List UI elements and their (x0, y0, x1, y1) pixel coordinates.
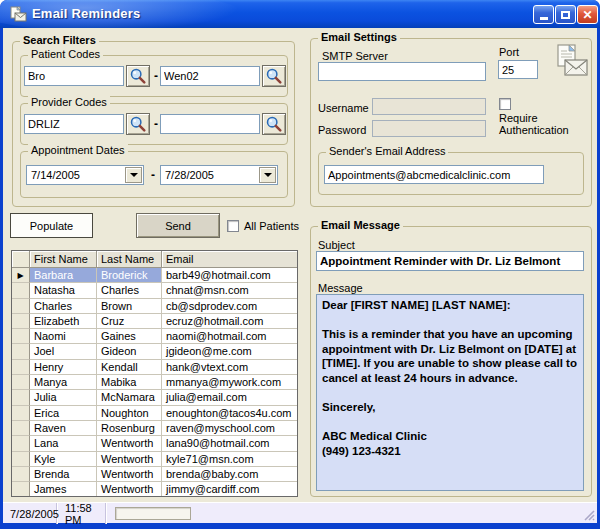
grid-cell[interactable]: jimmy@cardiff.com (162, 482, 297, 497)
grid-cell[interactable]: ecruz@hotmail.com (162, 314, 297, 329)
grid-cell[interactable]: Gideon (97, 344, 162, 359)
close-button[interactable]: ✕ (577, 5, 598, 24)
grid-cell[interactable]: chnat@msn.com (162, 283, 297, 298)
table-row[interactable]: NatashaCharleschnat@msn.com (12, 283, 297, 298)
table-row[interactable]: JuliaMcNamarajulia@email.com (12, 390, 297, 405)
patient-code-to-input[interactable] (160, 66, 260, 86)
row-indicator-cell[interactable] (12, 329, 30, 344)
row-indicator-cell[interactable] (12, 390, 30, 405)
require-authentication-checkbox[interactable] (499, 98, 511, 110)
grid-cell[interactable]: Manya (30, 375, 97, 390)
dropdown-button[interactable] (259, 167, 276, 183)
grid-cell[interactable]: Charles (97, 283, 162, 298)
grid-cell[interactable]: julia@email.com (162, 390, 297, 405)
grid-cell[interactable]: naomi@hotmail.com (162, 329, 297, 344)
column-header-first-name[interactable]: First Name (30, 251, 97, 268)
table-row[interactable]: ElizabethCruzecruz@hotmail.com (12, 314, 297, 329)
grid-cell[interactable]: Cruz (97, 314, 162, 329)
row-indicator-cell[interactable] (12, 406, 30, 421)
grid-cell[interactable]: Julia (30, 390, 97, 405)
patient-to-search-button[interactable] (262, 65, 286, 87)
grid-cell[interactable]: Wentworth (97, 482, 162, 497)
grid-cell[interactable]: Elizabeth (30, 314, 97, 329)
table-row[interactable]: EricaNoughtonenoughton@tacos4u.com (12, 406, 297, 421)
grid-cell[interactable]: lana90@hotmail.com (162, 436, 297, 451)
grid-cell[interactable]: Kendall (97, 360, 162, 375)
row-indicator-cell[interactable] (12, 314, 30, 329)
port-input[interactable] (498, 60, 538, 79)
smtp-server-input[interactable] (318, 62, 486, 81)
senders-email-input[interactable] (324, 165, 544, 184)
table-row[interactable]: CharlesBrowncb@sdprodev.com (12, 299, 297, 314)
grid-cell[interactable]: Brenda (30, 467, 97, 482)
grid-cell[interactable]: Brown (97, 299, 162, 314)
username-input[interactable] (372, 98, 486, 115)
populate-button[interactable]: Populate (10, 213, 93, 238)
grid-cell[interactable]: Barbara (30, 268, 97, 283)
grid-cell[interactable]: Mabika (97, 375, 162, 390)
grid-cell[interactable]: Naomi (30, 329, 97, 344)
grid-cell[interactable]: Erica (30, 406, 97, 421)
grid-cell[interactable]: Wentworth (97, 436, 162, 451)
grid-cell[interactable]: Raven (30, 421, 97, 436)
provider-code-from-input[interactable] (24, 114, 124, 134)
row-indicator-cell[interactable] (12, 436, 30, 451)
grid-cell[interactable]: Joel (30, 344, 97, 359)
message-textarea[interactable]: Dear [FIRST NAME] [LAST NAME]: This is a… (316, 294, 584, 491)
grid-cell[interactable]: jgideon@me.com (162, 344, 297, 359)
grid-cell[interactable]: Wentworth (97, 467, 162, 482)
table-row[interactable]: RavenRosenburgraven@myschool.com (12, 421, 297, 436)
subject-input[interactable] (316, 251, 584, 271)
table-row[interactable]: LanaWentworthlana90@hotmail.com (12, 436, 297, 451)
row-indicator-cell[interactable] (12, 299, 30, 314)
row-indicator-cell[interactable] (12, 375, 30, 390)
row-indicator-cell[interactable] (12, 452, 30, 467)
row-indicator-cell[interactable] (12, 421, 30, 436)
table-row[interactable]: NaomiGainesnaomi@hotmail.com (12, 329, 297, 344)
column-header-email[interactable]: Email (162, 251, 297, 268)
grid-cell[interactable]: Rosenburg (97, 421, 162, 436)
grid-cell[interactable]: James (30, 482, 97, 497)
table-row[interactable]: BrendaWentworthbrenda@baby.com (12, 467, 297, 482)
row-indicator-cell[interactable] (12, 360, 30, 375)
grid-cell[interactable]: Henry (30, 360, 97, 375)
grid-cell[interactable]: McNamara (97, 390, 162, 405)
all-patients-checkbox[interactable] (227, 220, 239, 232)
appointment-date-to-combo[interactable]: 7/28/2005 (160, 165, 278, 185)
provider-code-to-input[interactable] (160, 114, 260, 134)
minimize-button[interactable] (533, 5, 554, 24)
grid-cell[interactable]: raven@myschool.com (162, 421, 297, 436)
dropdown-button[interactable] (125, 167, 142, 183)
row-indicator-cell[interactable] (12, 283, 30, 298)
table-row[interactable]: ▶BarbaraBroderickbarb49@hotmail.com (12, 268, 297, 283)
grid-cell[interactable]: cb@sdprodev.com (162, 299, 297, 314)
grid-cell[interactable]: Noughton (97, 406, 162, 421)
row-indicator-cell[interactable] (12, 467, 30, 482)
grid-cell[interactable]: Natasha (30, 283, 97, 298)
send-button[interactable]: Send (136, 213, 220, 238)
appointment-date-from-combo[interactable]: 7/14/2005 (26, 165, 144, 185)
patient-grid[interactable]: First Name Last Name Email ▶BarbaraBrode… (11, 250, 298, 497)
provider-to-search-button[interactable] (262, 113, 286, 135)
table-row[interactable]: JamesWentworthjimmy@cardiff.com (12, 482, 297, 497)
grid-cell[interactable]: Broderick (97, 268, 162, 283)
column-header-last-name[interactable]: Last Name (97, 251, 162, 268)
provider-from-search-button[interactable] (126, 113, 150, 135)
grid-cell[interactable]: barb49@hotmail.com (162, 268, 297, 283)
row-indicator-icon[interactable]: ▶ (12, 268, 30, 283)
table-row[interactable]: JoelGideonjgideon@me.com (12, 344, 297, 359)
grid-cell[interactable]: Charles (30, 299, 97, 314)
table-row[interactable]: ManyaMabikammanya@mywork.com (12, 375, 297, 390)
grid-cell[interactable]: hank@vtext.com (162, 360, 297, 375)
grid-cell[interactable]: Gaines (97, 329, 162, 344)
resize-grip-icon[interactable] (582, 508, 595, 521)
table-row[interactable]: HenryKendallhank@vtext.com (12, 360, 297, 375)
maximize-button[interactable] (555, 5, 576, 24)
grid-cell[interactable]: kyle71@msn.com (162, 452, 297, 467)
send-email-icon[interactable] (551, 42, 589, 80)
grid-cell[interactable]: Kyle (30, 452, 97, 467)
row-indicator-cell[interactable] (12, 482, 30, 497)
row-indicator-cell[interactable] (12, 344, 30, 359)
grid-cell[interactable]: brenda@baby.com (162, 467, 297, 482)
grid-cell[interactable]: mmanya@mywork.com (162, 375, 297, 390)
